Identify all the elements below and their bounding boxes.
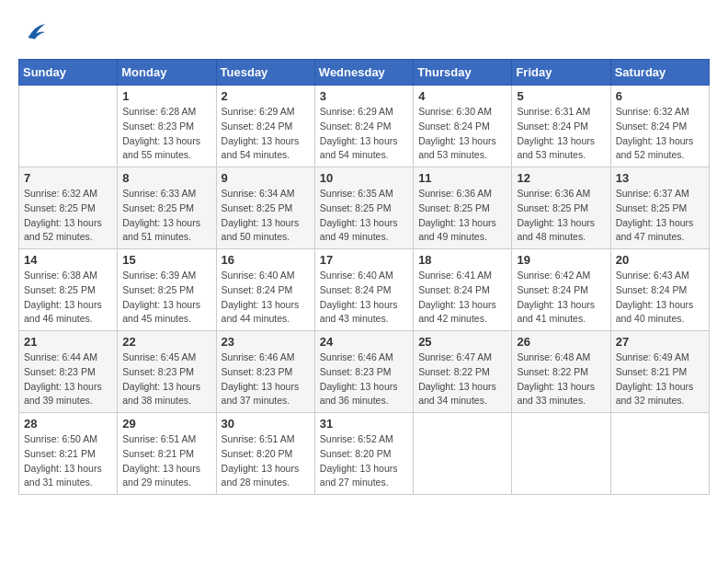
day-number: 10 — [320, 171, 408, 185]
calendar-cell: 22Sunrise: 6:45 AMSunset: 8:23 PMDayligh… — [118, 331, 216, 413]
calendar-cell: 6Sunrise: 6:32 AMSunset: 8:24 PMDaylight… — [610, 86, 709, 167]
day-detail: Sunrise: 6:40 AMSunset: 8:24 PMDaylight:… — [320, 269, 408, 327]
calendar-week-row: 7Sunrise: 6:32 AMSunset: 8:25 PMDaylight… — [19, 167, 710, 249]
day-number: 3 — [320, 89, 408, 103]
weekday-header-monday: Monday — [118, 60, 216, 86]
calendar-cell: 27Sunrise: 6:49 AMSunset: 8:21 PMDayligh… — [610, 331, 709, 413]
calendar-cell: 29Sunrise: 6:51 AMSunset: 8:21 PMDayligh… — [118, 413, 216, 495]
day-detail: Sunrise: 6:51 AMSunset: 8:21 PMDaylight:… — [122, 432, 210, 490]
calendar-week-row: 21Sunrise: 6:44 AMSunset: 8:23 PMDayligh… — [19, 331, 710, 413]
day-detail: Sunrise: 6:44 AMSunset: 8:23 PMDaylight:… — [24, 350, 112, 408]
day-number: 19 — [517, 253, 605, 267]
day-number: 27 — [616, 335, 704, 349]
day-detail: Sunrise: 6:37 AMSunset: 8:25 PMDaylight:… — [616, 187, 704, 245]
calendar-cell: 16Sunrise: 6:40 AMSunset: 8:24 PMDayligh… — [216, 249, 314, 331]
calendar-cell: 24Sunrise: 6:46 AMSunset: 8:23 PMDayligh… — [314, 331, 413, 413]
calendar-cell: 13Sunrise: 6:37 AMSunset: 8:25 PMDayligh… — [610, 167, 709, 249]
day-number: 21 — [24, 335, 112, 349]
calendar-cell — [19, 86, 118, 167]
calendar-cell: 18Sunrise: 6:41 AMSunset: 8:24 PMDayligh… — [414, 249, 512, 331]
page-header — [18, 18, 710, 50]
calendar-cell: 7Sunrise: 6:32 AMSunset: 8:25 PMDaylight… — [19, 167, 118, 249]
day-number: 13 — [616, 171, 704, 185]
calendar-cell: 9Sunrise: 6:34 AMSunset: 8:25 PMDaylight… — [216, 167, 314, 249]
calendar-cell: 14Sunrise: 6:38 AMSunset: 8:25 PMDayligh… — [19, 249, 118, 331]
calendar-cell: 15Sunrise: 6:39 AMSunset: 8:25 PMDayligh… — [118, 249, 216, 331]
day-detail: Sunrise: 6:29 AMSunset: 8:24 PMDaylight:… — [222, 105, 310, 163]
day-number: 16 — [222, 253, 310, 267]
day-detail: Sunrise: 6:47 AMSunset: 8:22 PMDaylight:… — [418, 350, 506, 408]
calendar-cell: 10Sunrise: 6:35 AMSunset: 8:25 PMDayligh… — [314, 167, 413, 249]
day-detail: Sunrise: 6:29 AMSunset: 8:24 PMDaylight:… — [320, 105, 408, 163]
calendar-cell: 1Sunrise: 6:28 AMSunset: 8:23 PMDaylight… — [118, 86, 216, 167]
calendar-cell: 8Sunrise: 6:33 AMSunset: 8:25 PMDaylight… — [118, 167, 216, 249]
calendar-cell: 5Sunrise: 6:31 AMSunset: 8:24 PMDaylight… — [512, 86, 610, 167]
day-number: 2 — [222, 89, 310, 103]
day-number: 8 — [122, 171, 210, 185]
day-detail: Sunrise: 6:51 AMSunset: 8:20 PMDaylight:… — [222, 432, 310, 490]
day-detail: Sunrise: 6:40 AMSunset: 8:24 PMDaylight:… — [222, 269, 310, 327]
calendar-cell: 25Sunrise: 6:47 AMSunset: 8:22 PMDayligh… — [414, 331, 512, 413]
calendar-cell: 21Sunrise: 6:44 AMSunset: 8:23 PMDayligh… — [19, 331, 118, 413]
day-detail: Sunrise: 6:39 AMSunset: 8:25 PMDaylight:… — [122, 269, 210, 327]
day-detail: Sunrise: 6:49 AMSunset: 8:21 PMDaylight:… — [616, 350, 704, 408]
day-detail: Sunrise: 6:45 AMSunset: 8:23 PMDaylight:… — [122, 350, 210, 408]
day-number: 17 — [320, 253, 408, 267]
day-detail: Sunrise: 6:33 AMSunset: 8:25 PMDaylight:… — [122, 187, 210, 245]
day-number: 26 — [517, 335, 605, 349]
day-number: 24 — [320, 335, 408, 349]
calendar-cell: 26Sunrise: 6:48 AMSunset: 8:22 PMDayligh… — [512, 331, 610, 413]
calendar-cell: 31Sunrise: 6:52 AMSunset: 8:20 PMDayligh… — [314, 413, 413, 495]
day-number: 30 — [222, 417, 310, 431]
day-number: 15 — [122, 253, 210, 267]
logo — [18, 18, 49, 50]
calendar-table: SundayMondayTuesdayWednesdayThursdayFrid… — [18, 59, 710, 495]
weekday-header-friday: Friday — [512, 60, 610, 86]
day-detail: Sunrise: 6:31 AMSunset: 8:24 PMDaylight:… — [517, 105, 605, 163]
day-number: 12 — [517, 171, 605, 185]
day-detail: Sunrise: 6:52 AMSunset: 8:20 PMDaylight:… — [320, 432, 408, 490]
day-number: 11 — [418, 171, 506, 185]
day-number: 9 — [222, 171, 310, 185]
day-detail: Sunrise: 6:50 AMSunset: 8:21 PMDaylight:… — [24, 432, 112, 490]
weekday-header-saturday: Saturday — [610, 60, 709, 86]
day-detail: Sunrise: 6:34 AMSunset: 8:25 PMDaylight:… — [222, 187, 310, 245]
calendar-cell: 11Sunrise: 6:36 AMSunset: 8:25 PMDayligh… — [414, 167, 512, 249]
calendar-week-row: 28Sunrise: 6:50 AMSunset: 8:21 PMDayligh… — [19, 413, 710, 495]
weekday-header-sunday: Sunday — [19, 60, 118, 86]
day-detail: Sunrise: 6:32 AMSunset: 8:25 PMDaylight:… — [24, 187, 112, 245]
weekday-header-wednesday: Wednesday — [314, 60, 413, 86]
calendar-header-row: SundayMondayTuesdayWednesdayThursdayFrid… — [19, 60, 710, 86]
day-number: 18 — [418, 253, 506, 267]
calendar-cell: 28Sunrise: 6:50 AMSunset: 8:21 PMDayligh… — [19, 413, 118, 495]
day-number: 31 — [320, 417, 408, 431]
logo-bird-icon — [21, 18, 49, 46]
day-detail: Sunrise: 6:38 AMSunset: 8:25 PMDaylight:… — [24, 269, 112, 327]
calendar-cell: 20Sunrise: 6:43 AMSunset: 8:24 PMDayligh… — [610, 249, 709, 331]
calendar-cell: 17Sunrise: 6:40 AMSunset: 8:24 PMDayligh… — [314, 249, 413, 331]
calendar-week-row: 14Sunrise: 6:38 AMSunset: 8:25 PMDayligh… — [19, 249, 710, 331]
calendar-cell: 4Sunrise: 6:30 AMSunset: 8:24 PMDaylight… — [414, 86, 512, 167]
day-detail: Sunrise: 6:36 AMSunset: 8:25 PMDaylight:… — [418, 187, 506, 245]
day-detail: Sunrise: 6:30 AMSunset: 8:24 PMDaylight:… — [418, 105, 506, 163]
day-detail: Sunrise: 6:35 AMSunset: 8:25 PMDaylight:… — [320, 187, 408, 245]
day-number: 1 — [122, 89, 210, 103]
day-number: 4 — [418, 89, 506, 103]
day-detail: Sunrise: 6:43 AMSunset: 8:24 PMDaylight:… — [616, 269, 704, 327]
day-number: 23 — [222, 335, 310, 349]
day-number: 14 — [24, 253, 112, 267]
day-number: 6 — [616, 89, 704, 103]
calendar-cell: 3Sunrise: 6:29 AMSunset: 8:24 PMDaylight… — [314, 86, 413, 167]
day-detail: Sunrise: 6:32 AMSunset: 8:24 PMDaylight:… — [616, 105, 704, 163]
calendar-cell: 19Sunrise: 6:42 AMSunset: 8:24 PMDayligh… — [512, 249, 610, 331]
calendar-cell — [610, 413, 709, 495]
calendar-cell — [512, 413, 610, 495]
day-number: 7 — [24, 171, 112, 185]
day-number: 29 — [122, 417, 210, 431]
calendar-cell: 30Sunrise: 6:51 AMSunset: 8:20 PMDayligh… — [216, 413, 314, 495]
day-detail: Sunrise: 6:46 AMSunset: 8:23 PMDaylight:… — [320, 350, 408, 408]
day-number: 25 — [418, 335, 506, 349]
day-detail: Sunrise: 6:36 AMSunset: 8:25 PMDaylight:… — [517, 187, 605, 245]
day-number: 5 — [517, 89, 605, 103]
weekday-header-tuesday: Tuesday — [216, 60, 314, 86]
